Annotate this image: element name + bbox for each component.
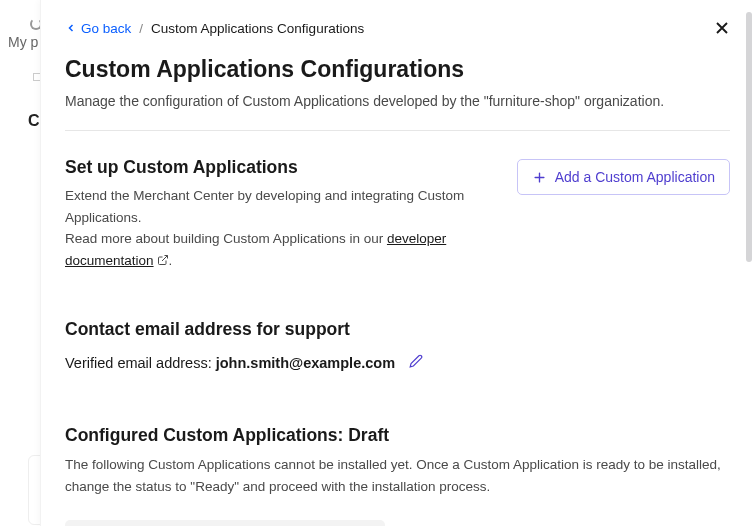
pencil-icon	[409, 354, 423, 368]
external-link-icon	[157, 254, 169, 266]
setup-desc-prefix: Read more about building Custom Applicat…	[65, 231, 387, 246]
close-icon	[712, 18, 732, 38]
breadcrumb-current: Custom Applications Configurations	[151, 21, 364, 36]
background-truncated-text: My p	[8, 34, 38, 50]
page-title: Custom Applications Configurations	[65, 56, 730, 83]
verified-email-label: Verified email address:	[65, 355, 216, 371]
chevron-left-icon	[65, 22, 77, 34]
go-back-label: Go back	[81, 21, 131, 36]
go-back-link[interactable]: Go back	[65, 21, 131, 36]
add-app-button-label: Add a Custom Application	[555, 169, 715, 185]
setup-description: Extend the Merchant Center by developing…	[65, 185, 497, 271]
page-subtitle: Manage the configuration of Custom Appli…	[65, 91, 730, 112]
configured-heading: Configured Custom Applications: Draft	[65, 425, 730, 446]
setup-heading: Set up Custom Applications	[65, 157, 497, 178]
setup-desc-line1: Extend the Merchant Center by developing…	[65, 188, 464, 225]
scrollbar[interactable]	[746, 12, 752, 262]
slideout-panel: Go back / Custom Applications Configurat…	[40, 0, 754, 526]
background-letter: C	[28, 112, 40, 130]
breadcrumb: Go back / Custom Applications Configurat…	[65, 21, 364, 36]
plus-icon	[532, 170, 547, 185]
close-button[interactable]	[708, 14, 736, 42]
contact-heading: Contact email address for support	[65, 319, 730, 340]
edit-email-button[interactable]	[407, 352, 425, 373]
verified-email-value: john.smith@example.com	[216, 355, 395, 371]
breadcrumb-separator: /	[139, 21, 143, 36]
verified-email-row: Verified email address: john.smith@examp…	[65, 355, 395, 371]
add-custom-application-button[interactable]: Add a Custom Application	[517, 159, 730, 195]
divider	[65, 130, 730, 131]
configured-description: The following Custom Applications cannot…	[65, 454, 730, 497]
setup-desc-suffix: .	[169, 253, 173, 268]
custom-app-card[interactable]: My Custom App Entry point: my-custom-app	[65, 520, 385, 526]
